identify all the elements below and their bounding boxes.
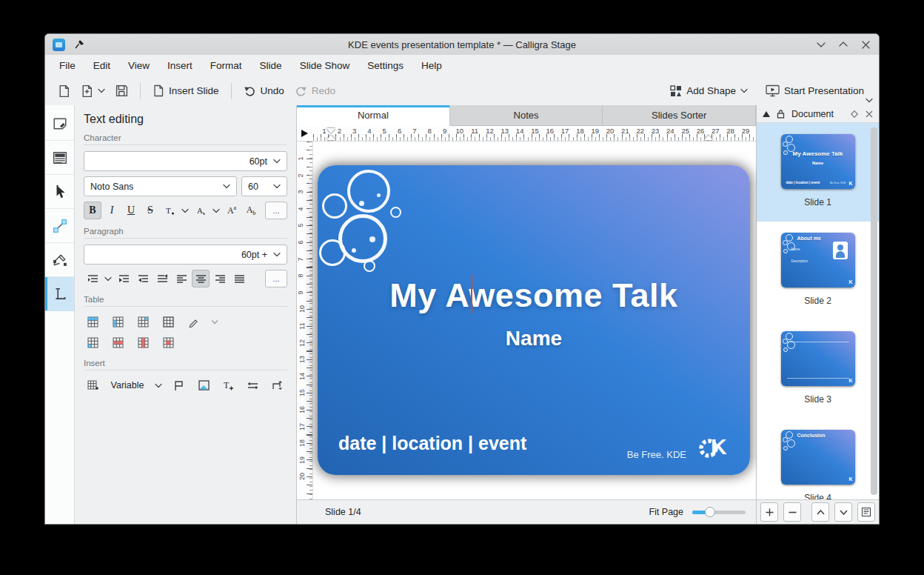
menu-slide[interactable]: Slide: [252, 57, 290, 74]
connector-tool[interactable]: [45, 209, 74, 243]
shape-edit-tool[interactable]: [45, 107, 74, 141]
horizontal-ruler[interactable]: 1234567891011121314151617181920212223242…: [297, 126, 756, 142]
font-color-button[interactable]: T: [161, 202, 178, 219]
selection-tool[interactable]: [45, 175, 74, 209]
list-style-button[interactable]: [84, 270, 101, 288]
superscript-button[interactable]: Aa: [223, 202, 241, 219]
slide-title-text[interactable]: My Awesome Talk: [318, 276, 750, 315]
float-panel-icon[interactable]: [851, 110, 858, 118]
font-family-combo[interactable]: Noto Sans: [84, 176, 237, 196]
variable-chevron-icon[interactable]: [153, 376, 164, 394]
text-tool[interactable]: [45, 277, 74, 311]
insert-reference-button[interactable]: [268, 376, 286, 394]
character-more-button[interactable]: ...: [265, 202, 287, 219]
add-slide-button[interactable]: [760, 502, 778, 522]
add-shape-button[interactable]: Add Shape: [665, 82, 753, 101]
menu-help[interactable]: Help: [413, 57, 450, 74]
vertical-ruler[interactable]: 1234567891011121314151617181920: [297, 142, 313, 499]
path-tool[interactable]: [45, 243, 74, 277]
slide-thumbnail[interactable]: My Awesome TalkNamedate | location | eve…: [781, 134, 855, 189]
split-cells-button[interactable]: [84, 333, 101, 351]
menu-view[interactable]: View: [120, 57, 158, 74]
bold-button[interactable]: B: [84, 202, 101, 219]
highlight-color-button[interactable]: A: [192, 202, 210, 219]
merge-cells-button[interactable]: [159, 313, 177, 330]
insert-row-below-button[interactable]: [109, 313, 127, 330]
slide-layout-tool[interactable]: [45, 141, 74, 175]
slide-editor[interactable]: My Awesome Talk Name date | location | e…: [318, 165, 750, 475]
new-document-button[interactable]: [53, 81, 76, 102]
insert-image-button[interactable]: [195, 376, 212, 394]
delete-table-button[interactable]: [159, 333, 177, 351]
start-presentation-button[interactable]: Start Presentation: [760, 81, 871, 101]
remove-slide-button[interactable]: [783, 502, 801, 522]
minimize-button[interactable]: [815, 39, 827, 50]
slide-list-scrollbar[interactable]: [871, 127, 877, 495]
insert-row-above-button[interactable]: [84, 313, 101, 330]
table-border-chevron-icon[interactable]: [210, 313, 220, 330]
close-button[interactable]: [860, 39, 871, 50]
delete-column-button[interactable]: [134, 333, 152, 351]
italic-button[interactable]: I: [103, 202, 121, 219]
collapse-panel-icon[interactable]: [763, 111, 770, 117]
subscript-button[interactable]: Ab: [242, 202, 260, 219]
slide-canvas[interactable]: 1234567891011121314151617181920: [297, 142, 756, 499]
insert-table-button[interactable]: [84, 376, 101, 394]
slide-list-item[interactable]: About meNameDescriptionKSlide 2: [757, 222, 879, 320]
slide-thumbnail[interactable]: About meNameDescriptionK: [781, 233, 855, 288]
zoom-slider[interactable]: [692, 507, 746, 517]
align-left-button[interactable]: [173, 270, 190, 288]
open-document-button[interactable]: [76, 81, 110, 102]
maximize-button[interactable]: [837, 39, 849, 50]
font-color-chevron-icon[interactable]: [180, 202, 190, 219]
highlight-color-chevron-icon[interactable]: [211, 202, 221, 219]
tab-slides-sorter[interactable]: Slides Sorter: [603, 105, 756, 126]
character-style-combo[interactable]: 60pt: [84, 151, 287, 171]
align-right-button[interactable]: [211, 270, 229, 288]
slide-list-item[interactable]: My Awesome TalkNamedate | location | eve…: [757, 123, 879, 222]
zoom-slider-knob[interactable]: [705, 507, 715, 517]
insert-column-button[interactable]: [134, 313, 152, 330]
slide-list-item[interactable]: ConclusionKSlide 4: [757, 419, 879, 499]
font-size-combo[interactable]: 60: [241, 176, 287, 196]
insert-link-button[interactable]: [244, 376, 261, 394]
slide-subtitle-text[interactable]: Name: [318, 327, 750, 350]
menu-file[interactable]: File: [51, 57, 84, 74]
menu-edit[interactable]: Edit: [85, 57, 118, 74]
slide-footer-text[interactable]: date | location | event: [338, 433, 526, 454]
lock-icon[interactable]: [777, 109, 785, 119]
right-indent-marker[interactable]: [704, 135, 713, 140]
tab-notes[interactable]: Notes: [450, 105, 603, 126]
save-button[interactable]: [110, 81, 133, 101]
first-line-indent-marker[interactable]: [327, 128, 335, 133]
close-panel-icon[interactable]: [866, 110, 873, 118]
insert-bookmark-button[interactable]: [170, 376, 188, 394]
list-style-chevron-icon[interactable]: [103, 270, 113, 288]
insert-text-button[interactable]: T: [219, 376, 237, 394]
move-slide-up-button[interactable]: [811, 502, 829, 522]
slide-list-item[interactable]: KSlide 3: [757, 320, 879, 419]
paragraph-more-button[interactable]: ...: [265, 270, 287, 288]
first-line-indent-button[interactable]: [153, 270, 171, 288]
slide-thumbnail[interactable]: K: [781, 331, 855, 386]
redo-button[interactable]: Redo: [289, 81, 341, 101]
menu-settings[interactable]: Settings: [359, 57, 412, 74]
insert-slide-button[interactable]: Insert Slide: [147, 81, 224, 101]
table-border-pen-button[interactable]: [184, 313, 202, 330]
align-center-button[interactable]: [192, 270, 210, 288]
indent-less-button[interactable]: [134, 270, 152, 288]
delete-row-button[interactable]: [109, 333, 127, 351]
open-dropdown-chevron-icon[interactable]: [98, 88, 105, 93]
tab-normal[interactable]: Normal: [297, 105, 450, 126]
titlebar[interactable]: KDE events presentation template * — Cal…: [45, 34, 879, 55]
indent-more-button[interactable]: [115, 270, 133, 288]
move-slide-down-button[interactable]: [834, 502, 852, 522]
align-justify-button[interactable]: [230, 270, 248, 288]
menu-insert[interactable]: Insert: [159, 57, 201, 74]
slide-properties-button[interactable]: [857, 502, 875, 522]
undo-button[interactable]: Undo: [238, 81, 289, 101]
insert-variable-button[interactable]: Variable: [108, 376, 147, 394]
paragraph-style-combo[interactable]: 60pt +: [84, 245, 287, 265]
underline-button[interactable]: U: [122, 202, 140, 219]
strikethrough-button[interactable]: S: [141, 202, 159, 219]
